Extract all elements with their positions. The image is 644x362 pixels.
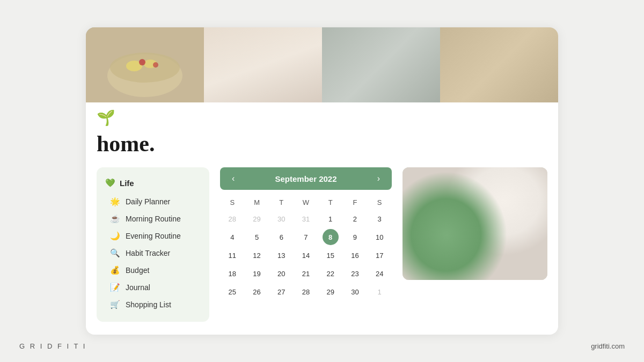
calendar-week: 45678910 [220, 229, 392, 245]
calendar-cell[interactable]: 26 [249, 284, 265, 300]
sidebar-item-label: Evening Routine [126, 232, 181, 240]
calendar-cell[interactable]: 6 [273, 229, 289, 245]
calendar-days-header: SMTWTFS [220, 198, 392, 206]
banner-img-2 [204, 27, 322, 102]
svg-point-18 [139, 59, 145, 65]
calendar-day-name: T [269, 198, 294, 206]
calendar-cell[interactable]: 24 [371, 265, 387, 282]
calendar-cell[interactable]: 13 [273, 247, 289, 263]
heart-icon: 💚 [105, 178, 115, 188]
calendar-cell[interactable]: 8 [323, 229, 339, 245]
calendar-cell[interactable]: 30 [273, 211, 289, 227]
calendar-cell[interactable]: 28 [298, 284, 314, 300]
sidebar-item-icon: 🛒 [109, 300, 120, 309]
calendar-cell[interactable]: 18 [224, 265, 240, 282]
calendar-week: 28293031123 [220, 211, 392, 227]
brand-right: gridfiti.com [591, 342, 625, 350]
calendar-header: ‹ September 2022 › [220, 167, 392, 190]
brand-left: G R I D F I T I [19, 342, 86, 350]
calendar-cell[interactable]: 19 [249, 265, 265, 282]
banner-img-3 [322, 27, 440, 102]
photo-panel [402, 167, 547, 280]
calendar-cell[interactable]: 29 [323, 284, 339, 300]
calendar-day-name: F [343, 198, 368, 206]
sidebar-item[interactable]: 🌙 Evening Routine [97, 227, 209, 245]
sidebar-item-label: Shopping List [126, 300, 171, 309]
calendar-day-name: M [245, 198, 269, 206]
calendar-weeks: 2829303112345678910111213141516171819202… [220, 211, 392, 300]
calendar-cell[interactable]: 1 [371, 284, 387, 300]
calendar-week: 18192021222324 [220, 265, 392, 282]
sidebar-item-label: Habit Tracker [126, 249, 170, 257]
calendar-cell[interactable]: 2 [347, 211, 363, 227]
calendar-cell[interactable]: 21 [298, 265, 314, 282]
svg-point-15 [110, 53, 180, 83]
calendar-cell[interactable]: 10 [371, 229, 387, 245]
calendar-cell[interactable]: 15 [323, 247, 339, 263]
calendar-cell[interactable]: 11 [224, 247, 240, 263]
banner [86, 27, 558, 102]
calendar-cell[interactable]: 22 [323, 265, 339, 282]
sidebar-section: 💚 Life [97, 176, 209, 193]
calendar-cell[interactable]: 5 [249, 229, 265, 245]
sidebar-item[interactable]: 🛒 Shopping List [97, 296, 209, 313]
sidebar-item[interactable]: 📝 Journal [97, 279, 209, 296]
sidebar-item-icon: 📝 [109, 283, 120, 292]
sidebar-item-icon: 🌙 [109, 231, 120, 241]
calendar-cell[interactable]: 4 [224, 229, 240, 245]
sidebar-item[interactable]: 💰 Budget [97, 262, 209, 279]
calendar-day-name: T [318, 198, 343, 206]
calendar-cell[interactable]: 3 [371, 211, 387, 227]
home-title: home. [86, 131, 558, 167]
calendar-grid: SMTWTFS 28293031123456789101112131415161… [220, 198, 392, 300]
calendar-cell[interactable]: 20 [273, 265, 289, 282]
sidebar-item-icon: 🔍 [109, 248, 120, 258]
calendar-day-name: S [220, 198, 245, 206]
calendar-prev-button[interactable]: ‹ [229, 173, 238, 184]
calendar-cell[interactable]: 17 [371, 247, 387, 263]
calendar-cell[interactable]: 7 [298, 229, 314, 245]
sidebar-item-label: Daily Planner [126, 197, 170, 206]
calendar-cell[interactable]: 9 [347, 229, 363, 245]
sidebar-items: 🌟 Daily Planner ☕ Morning Routine 🌙 Even… [97, 193, 209, 313]
main-card: 🌱 home. 💚 Life 🌟 Daily Planner ☕ Morning… [86, 27, 558, 335]
main-content: 💚 Life 🌟 Daily Planner ☕ Morning Routine… [86, 167, 558, 335]
calendar-cell[interactable]: 16 [347, 247, 363, 263]
sidebar-item-label: Journal [126, 283, 150, 292]
calendar-week: 11121314151617 [220, 247, 392, 263]
svg-point-19 [153, 62, 158, 68]
calendar-cell[interactable]: 30 [347, 284, 363, 300]
sidebar-item-label: Budget [126, 266, 149, 275]
calendar-cell[interactable]: 31 [298, 211, 314, 227]
sidebar-item-icon: 🌟 [109, 197, 120, 206]
calendar-week: 2526272829301 [220, 284, 392, 300]
sidebar-item-icon: ☕ [109, 214, 120, 224]
plant-icon: 🌱 [97, 109, 115, 126]
sidebar-section-label: Life [120, 179, 134, 188]
calendar-month-label: September 2022 [275, 174, 336, 183]
calendar-cell[interactable]: 23 [347, 265, 363, 282]
sidebar-item-icon: 💰 [109, 265, 120, 275]
sidebar: 💚 Life 🌟 Daily Planner ☕ Morning Routine… [97, 167, 209, 322]
calendar-cell[interactable]: 12 [249, 247, 265, 263]
calendar-cell[interactable]: 27 [273, 284, 289, 300]
sidebar-item[interactable]: ☕ Morning Routine [97, 210, 209, 227]
calendar-cell[interactable]: 29 [249, 211, 265, 227]
calendar-area: ‹ September 2022 › SMTWTFS 2829303112345… [209, 167, 402, 322]
sidebar-item-label: Morning Routine [126, 215, 181, 223]
calendar-day-name: W [294, 198, 318, 206]
calendar-cell[interactable]: 14 [298, 247, 314, 263]
banner-img-4 [440, 27, 558, 102]
calendar-next-button[interactable]: › [374, 173, 383, 184]
logo-area: 🌱 [86, 102, 558, 131]
calendar-cell[interactable]: 25 [224, 284, 240, 300]
calendar-cell[interactable]: 1 [323, 211, 339, 227]
sidebar-item[interactable]: 🌟 Daily Planner [97, 193, 209, 210]
photo-inner [402, 167, 547, 280]
calendar-day-name: S [367, 198, 392, 206]
calendar-cell[interactable]: 28 [224, 211, 240, 227]
sidebar-item[interactable]: 🔍 Habit Tracker [97, 245, 209, 262]
